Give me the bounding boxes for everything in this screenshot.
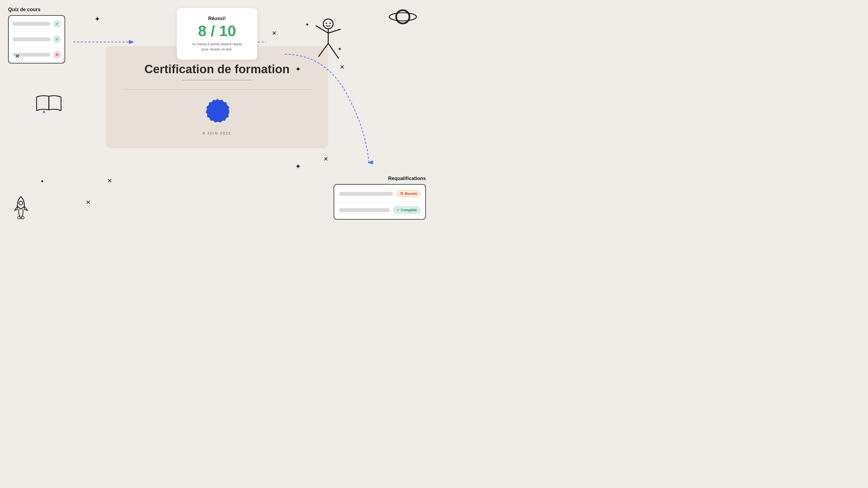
requalifications-box: ⏱ Bientôt ✓ Complété [334, 184, 426, 220]
requalifications-title: Requalifications [334, 176, 426, 182]
score-label: Réussi! [190, 16, 244, 22]
cross-6: ✕ [323, 156, 328, 163]
certificate-underline [182, 80, 252, 80]
score-card: Réussi! 8 / 10 Au moins 6 points étaient… [177, 8, 257, 60]
quiz-title: Quiz de cours [8, 7, 65, 12]
svg-point-17 [22, 216, 24, 219]
book-illustration [35, 92, 62, 116]
hourglass-icon: ⏱ [400, 192, 403, 196]
certificate-title: Certification de formation [144, 62, 289, 76]
rocket-illustration [11, 195, 31, 222]
svg-line-5 [316, 26, 328, 33]
sparkle-3: ✦ [295, 162, 301, 171]
badge-complete: ✓ Complété [393, 206, 421, 214]
requal-bar-1 [339, 192, 393, 196]
quiz-x-icon: ✕ [53, 51, 61, 59]
svg-point-1 [323, 19, 333, 29]
score-value: 8 / 10 [190, 23, 244, 39]
quiz-row-1: ✓ [12, 20, 61, 28]
cross-4: ✕ [86, 199, 91, 206]
sparkle-2: ✦ [305, 22, 309, 28]
badge-soon: ⏱ Bientôt [396, 190, 421, 197]
svg-point-2 [326, 23, 327, 24]
requal-row-1: ⏱ Bientôt [339, 190, 421, 197]
requal-divider [334, 202, 425, 202]
certificate-separator [122, 89, 312, 90]
quiz-check-icon-1: ✓ [53, 20, 61, 28]
cross-3: ✕ [107, 177, 112, 184]
requalifications-section: Requalifications ⏱ Bientôt ✓ Complété [334, 176, 426, 220]
cross-1: ✕ [15, 53, 20, 60]
quiz-check-icon-2: ✓ [53, 35, 61, 43]
svg-line-7 [319, 43, 328, 56]
sparkle-4: ✦ [295, 65, 301, 73]
svg-point-15 [19, 201, 23, 205]
svg-marker-0 [206, 99, 229, 123]
badge-complete-label: Complété [401, 208, 417, 212]
stickman-illustration [309, 16, 347, 66]
svg-line-6 [328, 29, 340, 33]
svg-point-3 [330, 23, 331, 24]
check-circle-icon: ✓ [397, 208, 400, 212]
certificate-date: 9 JUIN 2021 [203, 131, 231, 135]
quiz-row-2: ✓ [12, 35, 61, 43]
score-description: Au moins 6 points étaient requis pour ré… [190, 41, 244, 52]
quiz-divider-1 [9, 31, 65, 32]
quiz-divider-2 [9, 47, 65, 47]
planet-illustration [388, 8, 418, 27]
quiz-bar-2 [12, 37, 51, 41]
sparkle-1: ✦ [94, 15, 100, 23]
svg-point-16 [18, 216, 20, 219]
requal-bar-2 [339, 208, 390, 212]
quiz-bar-1 [12, 22, 51, 26]
svg-line-8 [328, 43, 339, 58]
cross-2: ✕ [272, 30, 277, 37]
certificate-area: Certification de formation 9 JUIN 2021 [106, 46, 328, 148]
badge-soon-label: Bientôt [405, 192, 417, 196]
requal-row-2: ✓ Complété [339, 206, 421, 214]
sparkle-5: ✦ [40, 178, 44, 184]
certificate-seal [205, 98, 229, 123]
sparkle-6: ✦ [338, 46, 342, 52]
cross-5: ✕ [340, 64, 344, 71]
